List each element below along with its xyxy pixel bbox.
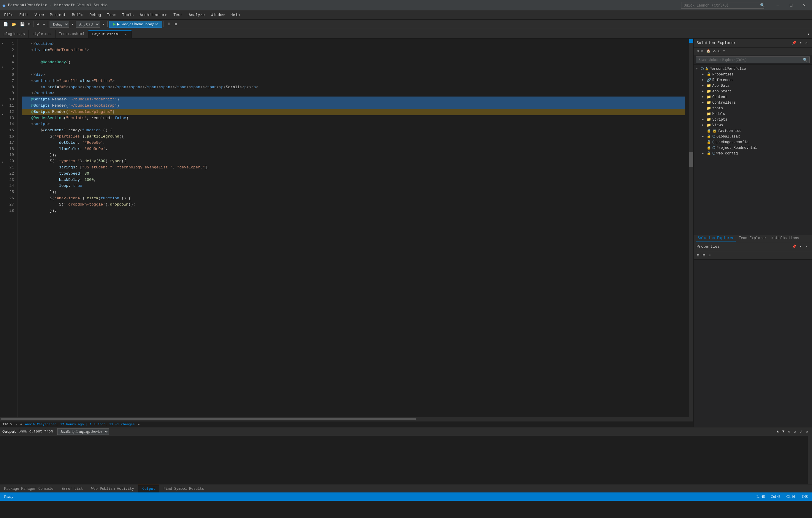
se-item-global[interactable]: ► 🔒 ⬡ Global.asax: [694, 134, 812, 139]
stop-btn[interactable]: ⏹: [173, 21, 179, 27]
tab-close-btn[interactable]: ✕: [123, 32, 128, 37]
save-all-icon[interactable]: ⊞: [27, 21, 32, 28]
fold-1[interactable]: ▾: [0, 41, 5, 46]
run-button[interactable]: ▶ ▶ Google Chrome-Incognito: [109, 21, 162, 28]
save-icon[interactable]: 💾: [19, 21, 26, 28]
output-scrollbar[interactable]: [808, 436, 812, 484]
tab-scroll-right[interactable]: ▾: [805, 30, 812, 38]
undo-icon[interactable]: ↩: [35, 21, 41, 28]
config-dropdown[interactable]: Debug: [50, 21, 69, 28]
tab-error-list[interactable]: Error List: [58, 485, 87, 492]
open-icon[interactable]: 📂: [10, 21, 18, 28]
scroll-top-btn[interactable]: [689, 38, 693, 43]
tab-output[interactable]: Output: [138, 485, 160, 492]
solution-icon: ⬡: [701, 66, 704, 71]
se-refresh-btn[interactable]: ↻: [717, 48, 722, 54]
se-item-root[interactable]: ▾ ⬡ 🔒 PersonalPortfolio: [694, 66, 812, 72]
output-close-btn[interactable]: ✕: [805, 429, 810, 435]
output-up-btn[interactable]: ▲: [775, 429, 780, 435]
code-content[interactable]: </section> <div id="cubeTransition"> @Re…: [18, 38, 689, 417]
prop-close-btn[interactable]: ✕: [804, 244, 809, 249]
quick-launch-input[interactable]: [681, 2, 764, 9]
menu-analyze[interactable]: Analyze: [185, 11, 208, 19]
se-tab-solution[interactable]: Solution Explorer: [696, 236, 736, 242]
se-collapse-btn[interactable]: ▾: [799, 40, 803, 46]
se-close-btn[interactable]: ✕: [804, 40, 809, 46]
close-btn[interactable]: ✕: [799, 1, 810, 9]
se-item-appstart[interactable]: ► 📁 App_Start: [694, 88, 812, 94]
zoom-arrow[interactable]: ▾: [14, 422, 19, 426]
se-item-fonts[interactable]: 📁 fonts: [694, 105, 812, 111]
se-item-scripts[interactable]: ► 📁 Scripts: [694, 117, 812, 122]
menu-build[interactable]: Build: [69, 11, 86, 19]
se-item-webconfig[interactable]: ► 🔒 ⬡ Web.config: [694, 151, 812, 156]
se-item-appdata[interactable]: ► 📁 App_Data: [694, 83, 812, 88]
menu-team[interactable]: Team: [104, 11, 119, 19]
se-back-btn[interactable]: ◄: [695, 48, 700, 54]
tab-style-css[interactable]: style.css: [29, 30, 56, 38]
tab-pkg-manager[interactable]: Package Manager Console: [0, 485, 58, 492]
menu-help[interactable]: Help: [228, 11, 243, 19]
se-item-properties[interactable]: ► 🔒 Properties: [694, 72, 812, 77]
se-search-input[interactable]: [696, 57, 801, 63]
se-fwd-btn[interactable]: ►: [700, 48, 704, 54]
tab-plugins-js[interactable]: plugins.js: [0, 30, 29, 38]
menu-project[interactable]: Project: [47, 11, 69, 19]
se-item-views[interactable]: ► 📁 Views: [694, 122, 812, 128]
menu-tools[interactable]: Tools: [119, 11, 137, 19]
se-item-content[interactable]: ► 📁 Content: [694, 94, 812, 100]
maximize-btn[interactable]: □: [786, 2, 796, 9]
menu-architecture[interactable]: Architecture: [137, 11, 171, 19]
platform-dropdown[interactable]: Any CPU: [76, 21, 100, 28]
se-collapse-all-btn[interactable]: ⊟: [722, 48, 726, 54]
scroll-bottom-btn[interactable]: [689, 413, 693, 417]
fold-14[interactable]: ▾: [0, 103, 5, 108]
menu-window[interactable]: Window: [208, 11, 228, 19]
prop-events-btn[interactable]: ⚡: [707, 252, 712, 258]
fold-16[interactable]: ▾: [0, 112, 5, 117]
tab-layout-cshtml[interactable]: Layout.cshtml ✕: [88, 30, 132, 38]
cs-file-icon: ⬡: [712, 134, 715, 139]
minimize-btn[interactable]: ─: [773, 2, 783, 9]
tab-find-symbol[interactable]: Find Symbol Results: [160, 485, 208, 492]
output-scroll-btn[interactable]: [808, 480, 812, 484]
output-clear-btn[interactable]: ⊗: [786, 429, 791, 435]
se-settings-btn[interactable]: ⚙: [712, 48, 717, 54]
menu-debug[interactable]: Debug: [86, 11, 104, 19]
config-arrow[interactable]: ▾: [70, 21, 75, 28]
se-tab-team[interactable]: Team Explorer: [737, 236, 768, 242]
tab-web-publish[interactable]: Web Publish Activity: [87, 485, 138, 492]
editor-hscroll[interactable]: [0, 417, 693, 421]
redo-icon[interactable]: ↪: [41, 21, 47, 28]
new-project-icon[interactable]: 📄: [2, 21, 9, 28]
fold-6[interactable]: ▾: [0, 65, 5, 70]
se-item-readme[interactable]: 🔒 ⬡ Project_Readme.html: [694, 145, 812, 151]
prop-category-btn[interactable]: ⊞: [695, 252, 701, 258]
output-float-btn[interactable]: ⤢: [798, 429, 804, 435]
menu-edit[interactable]: Edit: [16, 11, 31, 19]
output-down-btn[interactable]: ▼: [781, 429, 786, 435]
prop-alpha-btn[interactable]: ⊟: [701, 252, 706, 258]
output-source-dropdown[interactable]: JavaScript Language Service: [57, 428, 109, 435]
se-item-controllers[interactable]: ► 📁 Controllers: [694, 100, 812, 105]
menu-test[interactable]: Test: [170, 11, 185, 19]
se-home-btn[interactable]: 🏠: [705, 48, 712, 54]
platform-arrow[interactable]: ▾: [100, 21, 106, 28]
pause-btn[interactable]: ⏸: [165, 21, 172, 27]
scrollbar-thumb[interactable]: [689, 152, 693, 167]
hscroll-thumb[interactable]: [1, 418, 416, 420]
fold-26[interactable]: ▾: [0, 160, 5, 165]
prop-pin-btn[interactable]: 📌: [790, 244, 798, 249]
menu-file[interactable]: File: [1, 11, 16, 19]
se-item-models[interactable]: 📁 Models: [694, 111, 812, 117]
se-tab-notifications[interactable]: Notifications: [770, 236, 801, 242]
menu-view[interactable]: View: [31, 11, 47, 19]
prop-collapse-btn[interactable]: ▾: [799, 244, 803, 249]
output-wordwrap-btn[interactable]: ↵: [792, 429, 798, 435]
se-pin-btn[interactable]: 📌: [790, 40, 798, 46]
se-item-favicon[interactable]: 🔒 🔒 favicon.ico: [694, 128, 812, 134]
tab-index-cshtml[interactable]: Index.cshtml: [56, 30, 88, 38]
se-item-references[interactable]: ► 🔗 References: [694, 77, 812, 83]
se-item-packages[interactable]: 🔒 ⬡ packages.config: [694, 139, 812, 145]
editor-scrollbar[interactable]: [689, 38, 693, 417]
